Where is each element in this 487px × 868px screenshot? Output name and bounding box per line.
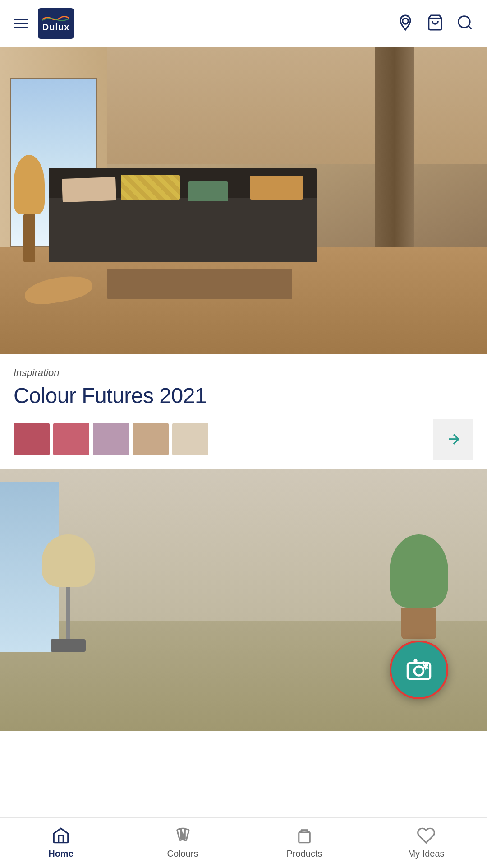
- cart-icon[interactable]: [427, 14, 444, 33]
- coffee-table: [107, 269, 292, 299]
- second-scene: [0, 469, 487, 731]
- logo-text: Dulux: [42, 22, 70, 32]
- sofa: [49, 195, 317, 262]
- dulux-logo[interactable]: Dulux: [38, 8, 74, 39]
- swatch-4[interactable]: [133, 423, 169, 455]
- scene2-lamp: [39, 534, 97, 639]
- ar-visualise-button[interactable]: [390, 641, 448, 699]
- swatch-3[interactable]: [93, 423, 129, 455]
- header-left: Dulux: [14, 8, 74, 39]
- color-row: [14, 419, 473, 460]
- hamburger-menu[interactable]: [14, 19, 28, 28]
- swatch-1[interactable]: [14, 423, 50, 455]
- card-tag: Inspiration: [14, 367, 473, 379]
- room-floor: [0, 247, 487, 354]
- search-icon[interactable]: [456, 14, 473, 33]
- color-swatches: [14, 423, 433, 455]
- header: Dulux: [0, 0, 487, 47]
- logo-wave-icon: [42, 15, 69, 21]
- inspiration-card: Inspiration Colour Futures 2021: [0, 354, 487, 469]
- floor-lamp: [10, 155, 49, 262]
- location-icon[interactable]: [397, 14, 414, 33]
- swatch-2[interactable]: [53, 423, 89, 455]
- svg-point-6: [414, 667, 423, 676]
- card-title: Colour Futures 2021: [14, 383, 473, 408]
- arrow-right-icon: [446, 431, 462, 447]
- ar-camera-icon: [405, 656, 432, 683]
- hero-image: [0, 47, 487, 354]
- svg-point-2: [459, 16, 470, 28]
- svg-point-7: [414, 660, 416, 662]
- svg-line-3: [468, 26, 471, 29]
- header-icons: [397, 14, 473, 33]
- swatch-5[interactable]: [172, 423, 208, 455]
- arrow-button[interactable]: [433, 419, 473, 460]
- svg-point-0: [403, 19, 409, 24]
- scene2-plant: [390, 534, 448, 639]
